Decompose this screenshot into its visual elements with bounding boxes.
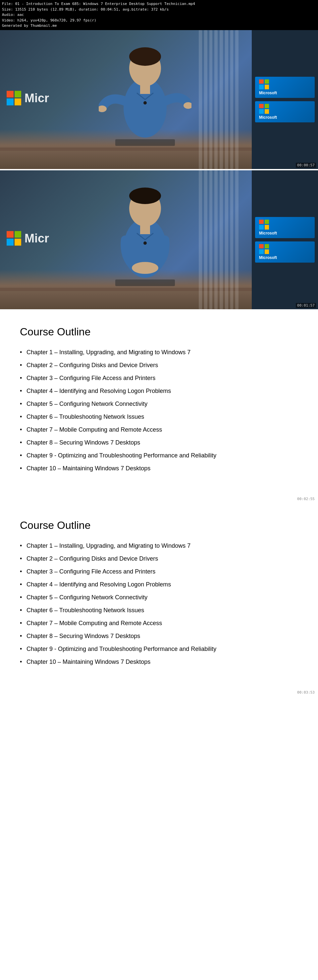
studio-stripes-2 [199,170,238,309]
file-info-line3: Audio: aac [2,12,316,18]
ms-logo-left-2: Micr [6,231,49,245]
ms-grid-icon [6,91,21,105]
chapter-list-item: Chapter 4 – Identifying and Resolving Lo… [20,580,298,589]
chapter-list-item: Chapter 3 – Configuring File Access and … [20,567,298,576]
svg-rect-10 [140,224,150,234]
svg-point-3 [129,47,161,66]
ms-logos-right-1: Microsoft Microsoft [252,30,318,169]
chapter-list-item: Chapter 7 – Mobile Computing and Remote … [20,619,298,628]
chapter-list-item: Chapter 7 – Mobile Computing and Remote … [20,425,298,434]
presenter-2 [99,182,192,288]
file-info-line1: File: 01 - Introduction To Exam 685: Win… [2,1,316,7]
studio-stripes [199,30,238,169]
ms-text-left-2: Micr [24,231,49,245]
ms-badge-top-1: Microsoft [255,77,315,98]
course-outline-section-2: Course Outline Chapter 1 – Installing, U… [0,503,318,690]
chapter-list-item: Chapter 10 – Maintaining Windows 7 Deskt… [20,657,298,667]
svg-point-6 [144,101,147,105]
ms-badge-bottom-2: Microsoft [255,242,315,262]
timestamp-2: 00:01:57 [296,303,316,308]
ms-badge-top-2: Microsoft [255,217,315,238]
section-timestamp-1: 00:02:55 [0,497,318,503]
file-info-line2: Size: 13515 210 bytes (12.89 MiB), durat… [2,7,316,13]
course-outline-section-1: Course Outline Chapter 1 – Installing, U… [0,309,318,497]
chapter-list-item: Chapter 8 – Securing Windows 7 Desktops [20,632,298,641]
ms-text-left: Micr [24,91,49,105]
chapter-list-item: Chapter 3 – Configuring File Access and … [20,374,298,383]
chapter-list-item: Chapter 2 – Configuring Disks and Device… [20,554,298,563]
chapter-list-item: Chapter 6 – Troubleshooting Network Issu… [20,606,298,615]
chapter-list-item: Chapter 10 – Maintaining Windows 7 Deskt… [20,464,298,473]
svg-rect-2 [140,84,150,94]
chapter-list-item: Chapter 1 – Installing, Upgrading, and M… [20,348,298,357]
chapter-list-item: Chapter 5 – Configuring Network Connecti… [20,399,298,409]
section-timestamp-2: 00:03:53 [0,690,318,696]
chapter-list-1: Chapter 1 – Installing, Upgrading, and M… [20,348,298,473]
chapter-list-2: Chapter 1 – Installing, Upgrading, and M… [20,541,298,667]
chapter-list-item: Chapter 5 – Configuring Network Connecti… [20,593,298,602]
chapter-list-item: Chapter 8 – Securing Windows 7 Desktops [20,438,298,447]
svg-rect-7 [115,139,175,146]
chapter-list-item: Chapter 4 – Identifying and Resolving Lo… [20,387,298,396]
chapter-list-item: Chapter 1 – Installing, Upgrading, and M… [20,541,298,550]
chapter-list-item: Chapter 2 – Configuring Disks and Device… [20,361,298,370]
video-frame-1: Micr [0,30,318,169]
svg-point-12 [132,262,158,274]
file-info-line4: Video: h264, yuv420p, 960x720, 29.97 fps… [2,18,316,24]
presenter-1 [99,42,192,148]
ms-grid-icon-2 [6,231,21,245]
timestamp-1: 00:00:57 [296,163,316,168]
chapter-list-item: Chapter 9 - Optimizing and Troubleshooti… [20,451,298,460]
course-outline-title-2: Course Outline [20,519,298,531]
course-outline-title-1: Course Outline [20,326,298,338]
ms-badge-bottom-1: Microsoft [255,101,315,123]
file-info-line5: Generated by Thumbnail.me [2,23,316,29]
chapter-list-item: Chapter 9 - Optimizing and Troubleshooti… [20,644,298,654]
ms-logo-left: Micr [6,91,49,105]
video-frame-2: Micr [0,170,318,309]
svg-point-11 [129,188,161,204]
ms-logos-right-2: Microsoft Microsoft [252,170,318,309]
chapter-list-item: Chapter 6 – Troubleshooting Network Issu… [20,412,298,422]
file-info-bar: File: 01 - Introduction To Exam 685: Win… [0,0,318,30]
svg-point-13 [144,242,147,245]
svg-rect-14 [115,280,175,286]
